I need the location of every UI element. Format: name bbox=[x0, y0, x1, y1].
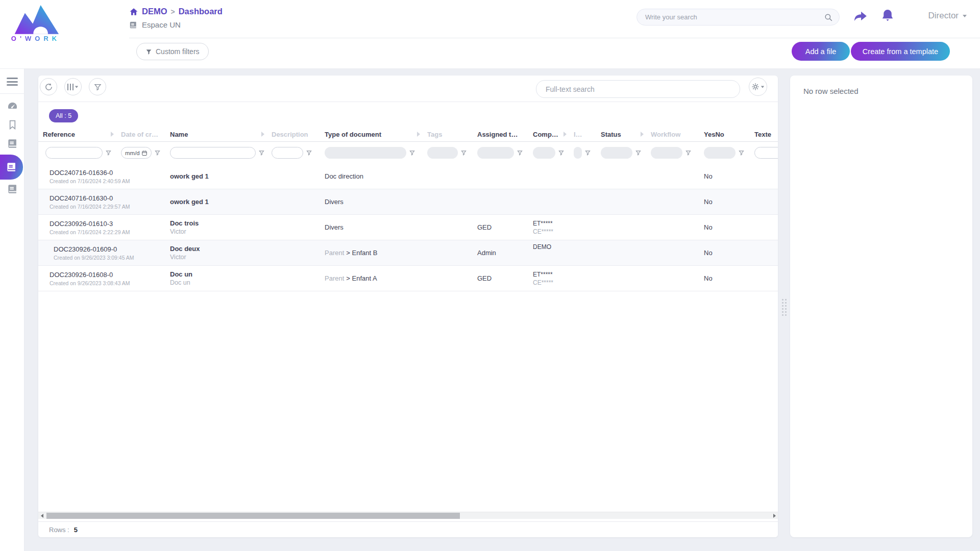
filter-input-texte[interactable] bbox=[754, 147, 778, 159]
add-file-button[interactable]: Add a file bbox=[792, 42, 850, 61]
funnel-icon[interactable] bbox=[517, 150, 523, 156]
funnel-icon[interactable] bbox=[739, 150, 744, 156]
global-search-input[interactable] bbox=[645, 9, 819, 25]
filter-disabled-assigned bbox=[477, 147, 514, 159]
sidebar-item-library[interactable] bbox=[0, 182, 24, 195]
document-created: Created on 9/26/2023 3:08:43 AM bbox=[50, 280, 130, 286]
filter-input-reference[interactable] bbox=[45, 147, 103, 159]
main-area: All : 5 Reference Date of cr… Name Descr… bbox=[24, 69, 980, 551]
fulltext-search-input[interactable] bbox=[546, 81, 729, 97]
bell-icon[interactable] bbox=[881, 9, 894, 23]
columns-button[interactable] bbox=[64, 78, 82, 95]
filter-button[interactable] bbox=[89, 78, 106, 95]
document-yesno: No bbox=[704, 198, 754, 206]
funnel-icon[interactable] bbox=[585, 150, 591, 156]
table-settings-button[interactable] bbox=[749, 78, 767, 96]
funnel-icon[interactable] bbox=[106, 150, 111, 156]
funnel-icon[interactable] bbox=[685, 150, 691, 156]
column-header-yesno[interactable]: YesNo bbox=[704, 131, 754, 138]
refresh-icon bbox=[44, 83, 53, 91]
chevron-down-icon bbox=[761, 86, 764, 88]
columns-icon bbox=[67, 84, 74, 90]
sidebar-item-dashboard[interactable] bbox=[0, 99, 24, 113]
hamburger-icon bbox=[7, 78, 18, 86]
document-reference: DOC240716-01630-0 bbox=[50, 194, 130, 202]
sidebar-item-documents[interactable] bbox=[0, 137, 24, 150]
custom-filters-button[interactable]: Custom filters bbox=[136, 43, 209, 60]
column-header-description[interactable]: Description bbox=[272, 131, 325, 138]
table-toolbar bbox=[38, 76, 778, 102]
header-divider bbox=[129, 38, 980, 38]
sidebar-item-ged-active[interactable] bbox=[0, 155, 23, 180]
logo-mountain-icon bbox=[11, 3, 60, 35]
document-yesno: No bbox=[704, 274, 754, 282]
document-name-sub: Doc un bbox=[170, 279, 272, 286]
filter-date-input[interactable]: mm/d bbox=[121, 147, 152, 159]
share-icon[interactable] bbox=[853, 10, 868, 23]
sort-arrow-icon bbox=[261, 132, 264, 137]
table-row[interactable]: w DOC230926-01609-0 Created on 9/26/2023… bbox=[38, 240, 778, 266]
document-yesno: No bbox=[704, 223, 754, 231]
funnel-icon[interactable] bbox=[155, 150, 160, 156]
column-header-tags[interactable]: Tags bbox=[427, 131, 477, 138]
document-assigned: GED bbox=[477, 223, 533, 231]
filter-disabled-yesno bbox=[704, 147, 736, 159]
filter-input-description[interactable] bbox=[272, 147, 303, 159]
funnel-icon bbox=[145, 48, 152, 55]
create-from-template-button[interactable]: Create from a template bbox=[851, 42, 950, 61]
column-header-reference[interactable]: Reference bbox=[38, 131, 121, 138]
breadcrumb-current[interactable]: Dashboard bbox=[179, 7, 223, 16]
document-reference: DOC230926-01608-0 bbox=[50, 271, 130, 279]
funnel-icon[interactable] bbox=[409, 150, 415, 156]
sidebar-item-bookmarks[interactable] bbox=[0, 118, 24, 131]
gear-icon bbox=[751, 83, 760, 91]
document-company-1: DEMO bbox=[533, 243, 574, 251]
home-icon[interactable] bbox=[129, 7, 138, 16]
logo-text: O'WORK bbox=[8, 35, 63, 42]
funnel-icon[interactable] bbox=[635, 150, 641, 156]
filter-input-name[interactable] bbox=[170, 147, 256, 159]
user-role-menu[interactable]: Director bbox=[928, 11, 967, 21]
column-header-status[interactable]: Status bbox=[601, 131, 651, 138]
filter-disabled-status bbox=[601, 147, 632, 159]
funnel-icon[interactable] bbox=[306, 150, 312, 156]
search-icon[interactable] bbox=[824, 13, 833, 22]
column-header-comp[interactable]: Comp… bbox=[533, 131, 574, 138]
column-header-date[interactable]: Date of cr… bbox=[121, 131, 170, 138]
column-header-workflow[interactable]: Workflow bbox=[651, 131, 704, 138]
document-created: Created on 7/16/2024 2:22:29 AM bbox=[50, 229, 130, 235]
all-count-badge[interactable]: All : 5 bbox=[49, 109, 78, 122]
no-row-selected-message: No row selected bbox=[803, 87, 859, 95]
table-row[interactable]: DOC240716-01636-0 Created on 7/16/2024 2… bbox=[38, 164, 778, 189]
funnel-icon[interactable] bbox=[461, 150, 467, 156]
refresh-button[interactable] bbox=[40, 78, 57, 95]
table-row[interactable]: DOC230926-01610-3 Created on 7/16/2024 2… bbox=[38, 215, 778, 240]
column-header-assigned[interactable]: Assigned t… bbox=[477, 131, 533, 138]
breadcrumb-separator: > bbox=[171, 8, 175, 16]
column-header-texte[interactable]: Texte bbox=[754, 131, 778, 138]
scroll-left-button[interactable] bbox=[38, 512, 45, 519]
table-row[interactable]: DOC240716-01630-0 Created on 7/16/2024 2… bbox=[38, 189, 778, 215]
column-header-name[interactable]: Name bbox=[170, 131, 272, 138]
table-row[interactable]: DOC230926-01608-0 Created on 9/26/2023 3… bbox=[38, 266, 778, 291]
document-name: owork ged 1 bbox=[170, 172, 272, 180]
funnel-icon[interactable] bbox=[558, 150, 564, 156]
sidebar-menu-toggle[interactable] bbox=[0, 75, 24, 88]
detail-panel: No row selected bbox=[790, 76, 972, 537]
arrow-right-icon bbox=[773, 514, 776, 518]
document-type-parent: Parent bbox=[325, 274, 344, 282]
breadcrumb-root[interactable]: DEMO bbox=[142, 7, 167, 16]
document-type: Divers bbox=[325, 198, 344, 206]
scroll-right-button[interactable] bbox=[771, 512, 778, 519]
fulltext-search bbox=[536, 80, 740, 98]
sidebar bbox=[0, 69, 24, 551]
panel-resize-handle[interactable] bbox=[782, 299, 787, 316]
funnel-icon[interactable] bbox=[259, 150, 264, 156]
horizontal-scrollbar[interactable] bbox=[38, 512, 778, 519]
documents-table-card: All : 5 Reference Date of cr… Name Descr… bbox=[38, 76, 778, 537]
filter-disabled-i bbox=[574, 147, 582, 159]
column-header-i[interactable]: I… bbox=[574, 131, 601, 138]
column-header-type[interactable]: Type of document bbox=[325, 131, 427, 138]
document-type: > Enfant A bbox=[346, 274, 377, 282]
scrollbar-thumb[interactable] bbox=[46, 513, 460, 519]
